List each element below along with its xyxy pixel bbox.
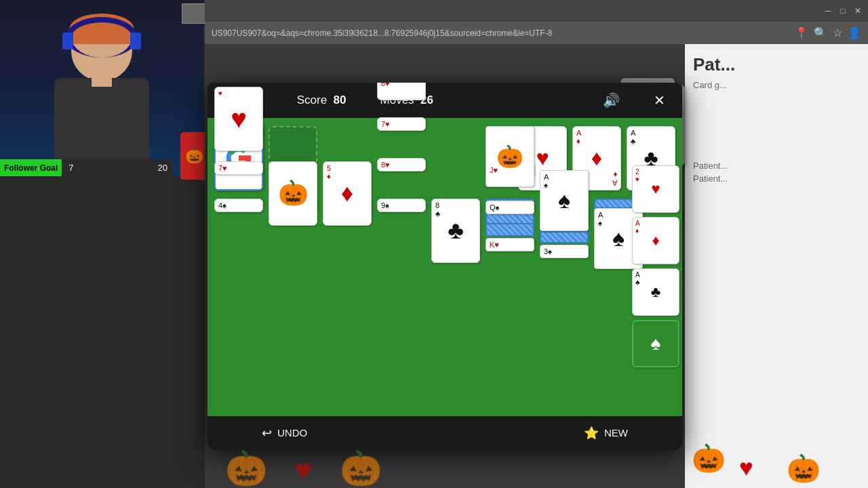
url-text: US907US907&oq=&aqs=chrome.35i39i36218...…	[212, 28, 795, 38]
foundation-3-rank-top: A♣	[631, 129, 635, 145]
browser-chrome: ─ □ ✕ US907US907&oq=&aqs=chrome.35i39i36…	[205, 0, 868, 44]
card-char-1[interactable]: 🎃	[269, 161, 317, 226]
bottom-char-3: 🎃	[787, 453, 821, 485]
game-area: 2♥ ♥ 2♥ A♦ ♦ A♦ A♣ ♣ A♣	[208, 118, 682, 416]
close-button[interactable]: ✕	[853, 6, 863, 16]
card-kh[interactable]: K♥	[486, 238, 534, 251]
bottom-char-2: ♥	[739, 454, 753, 481]
card-char-col6[interactable]: 🎃	[486, 126, 534, 187]
follower-max-count: 20	[158, 163, 167, 173]
card-8h-col4[interactable]: 8♥	[377, 158, 426, 171]
address-bar[interactable]: US907US907&oq=&aqs=chrome.35i39i36218...…	[205, 22, 868, 44]
foundation-2-rank-top: A♦	[576, 129, 581, 145]
col7-facedown-4	[540, 231, 589, 243]
game-score: Score 80	[297, 94, 347, 107]
solitaire-game: 0:00:58 Score 80 Moves 26 🔊 ✕	[208, 83, 682, 450]
card-3s[interactable]: 3♠	[540, 245, 589, 258]
zoom-icon: 🔍	[814, 26, 827, 39]
solitaire-modal-backdrop: 0:00:58 Score 80 Moves 26 🔊 ✕	[205, 44, 685, 488]
account-icon: 👤	[848, 26, 861, 39]
card-qs[interactable]: Q♠	[486, 201, 534, 214]
solitaire-title: Pat...	[685, 44, 868, 79]
game-header: 0:00:58 Score 80 Moves 26 🔊 ✕	[208, 83, 682, 118]
side-card-ac[interactable]: A♣ ♣	[632, 268, 679, 316]
side-card-2h[interactable]: 2♥ ♥	[632, 165, 679, 213]
card-9s[interactable]: 9♠	[377, 199, 426, 212]
bottom-decoration: 🎃 ♥ 🎃	[205, 427, 666, 488]
card-7h[interactable]: 7♥	[214, 161, 263, 175]
bottom-char-right: 🎃	[340, 449, 382, 488]
tableau-col-5[interactable]: 8♣ ♣	[431, 199, 480, 263]
foundation-2-rank-bottom: A♦	[612, 171, 617, 187]
solitaire-subtitle3: Patient...	[685, 172, 868, 185]
tableau-col-3[interactable]: 6♣ 5♦ ♦	[323, 199, 372, 226]
bottom-char-1: 🎃	[692, 443, 726, 474]
foundation-2-center: ♦	[591, 146, 602, 171]
card-as-col7[interactable]: A♠ ♠	[540, 170, 589, 231]
location-icon: 📍	[795, 26, 808, 39]
solitaire-subtitle1: Card g...	[685, 79, 868, 92]
stream-thumbnail	[182, 3, 208, 24]
score-value: 80	[334, 94, 347, 106]
minimize-button[interactable]: ─	[823, 6, 833, 16]
follower-goal-label: Follower Goal	[0, 159, 62, 176]
webcam-face-area	[0, 0, 203, 176]
tableau-col-7[interactable]: 3♠ 2♠ A♠ ♠	[540, 199, 589, 231]
star-icon: ☆	[833, 26, 842, 39]
maximize-button[interactable]: □	[838, 6, 848, 16]
bottom-heart: ♥	[294, 453, 313, 488]
right-card-panel: 2♥ ♥ A♦ ♦ A♣ ♣ ♠	[632, 165, 679, 367]
follower-current-count: 7	[68, 163, 73, 173]
score-label: Score	[297, 94, 327, 106]
solitaire-info-panel: ↗ ♥ ♠ Pat... Card g... Patient... Patien…	[685, 44, 868, 488]
game-close-button[interactable]: ✕	[654, 92, 665, 108]
follower-goal-bar: Follower Goal 7 20	[0, 159, 173, 176]
card-8c[interactable]: 8♣ ♣	[431, 199, 480, 263]
tableau-col-2[interactable]: Q♦ 🎃	[269, 199, 317, 226]
browser-tab-bar: ─ □ ✕	[205, 0, 868, 22]
tableau: 4♠ 7♥ 3♥ ♥ ♥	[214, 199, 675, 269]
card-5d[interactable]: 5♦ ♦	[323, 161, 372, 226]
card-facedown-3	[486, 223, 534, 237]
solitaire-subtitle2: Patient...	[685, 159, 868, 172]
browser-content-area: Tools ↗ ♥ ♠ Pat... Card g... Patient... …	[205, 44, 868, 488]
side-card-ad[interactable]: A♦ ♦	[632, 217, 679, 264]
foundation-1-center: ♥	[536, 146, 549, 171]
bottom-char-left: 🎃	[225, 449, 267, 488]
spade-green-button[interactable]: ♠	[632, 320, 679, 367]
card-7h-col4[interactable]: 7♥	[377, 117, 426, 131]
card-heart-big[interactable]: ♥ ♥	[214, 87, 263, 151]
webcam-feed	[0, 0, 203, 176]
sound-button[interactable]: 🔊	[603, 92, 620, 108]
browser-toolbar-icons: 📍 🔍 ☆ 👤	[795, 26, 861, 39]
card-4s[interactable]: 4♠	[214, 199, 263, 212]
side-character: 🎃	[180, 132, 208, 180]
